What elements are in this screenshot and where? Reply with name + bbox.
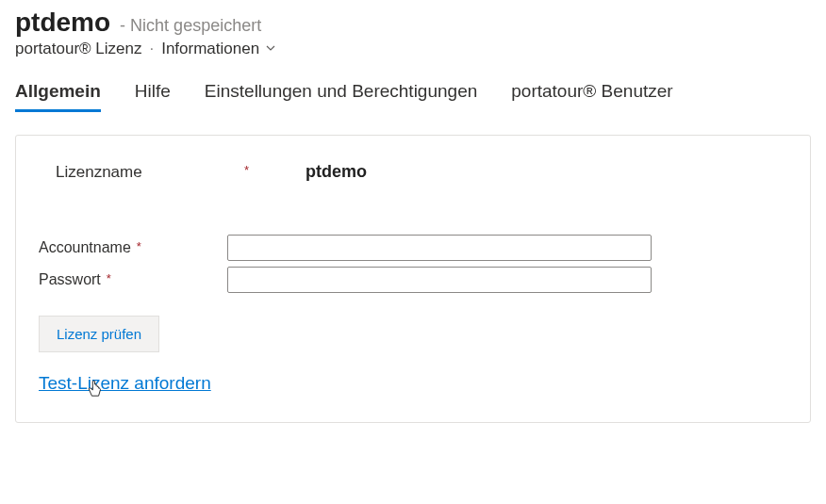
tab-allgemein[interactable]: Allgemein — [15, 81, 101, 112]
row-license-name: Lizenzname * ptdemo — [56, 162, 787, 182]
account-name-field[interactable] — [227, 235, 652, 261]
row-password: Passwort * — [39, 267, 787, 293]
breadcrumb-dropdown-label: Informationen — [161, 40, 259, 58]
required-indicator: * — [137, 240, 141, 252]
breadcrumb-dropdown[interactable]: Informationen — [161, 40, 276, 58]
check-license-button[interactable]: Lizenz prüfen — [39, 316, 159, 352]
breadcrumb: portatour® Lizenz · Informationen — [15, 40, 811, 58]
page-title: ptdemo — [15, 8, 110, 38]
form-card: Lizenzname * ptdemo Accountname * Passwo… — [15, 135, 811, 423]
label-password: Passwort — [39, 271, 101, 288]
request-test-license-link[interactable]: Test-Lizenz anfordern — [39, 373, 211, 394]
required-indicator: * — [107, 272, 111, 285]
save-status: - Nicht gespeichert — [120, 16, 261, 36]
required-indicator: * — [244, 164, 249, 176]
tab-hilfe[interactable]: Hilfe — [135, 81, 171, 112]
breadcrumb-parent: portatour® Lizenz — [15, 40, 141, 58]
row-account-name: Accountname * — [39, 235, 787, 261]
tab-einstellungen[interactable]: Einstellungen und Berechtigungen — [205, 81, 477, 112]
value-license-name: ptdemo — [249, 162, 367, 181]
password-field[interactable] — [227, 267, 652, 293]
cursor-pointer-icon — [87, 379, 104, 399]
label-license-name: Lizenzname — [56, 163, 142, 182]
tab-bar: Allgemein Hilfe Einstellungen und Berech… — [15, 81, 811, 112]
label-account-name: Accountname — [39, 239, 131, 256]
breadcrumb-separator: · — [149, 40, 154, 58]
chevron-down-icon — [265, 42, 276, 57]
tab-benutzer[interactable]: portatour® Benutzer — [511, 81, 672, 112]
